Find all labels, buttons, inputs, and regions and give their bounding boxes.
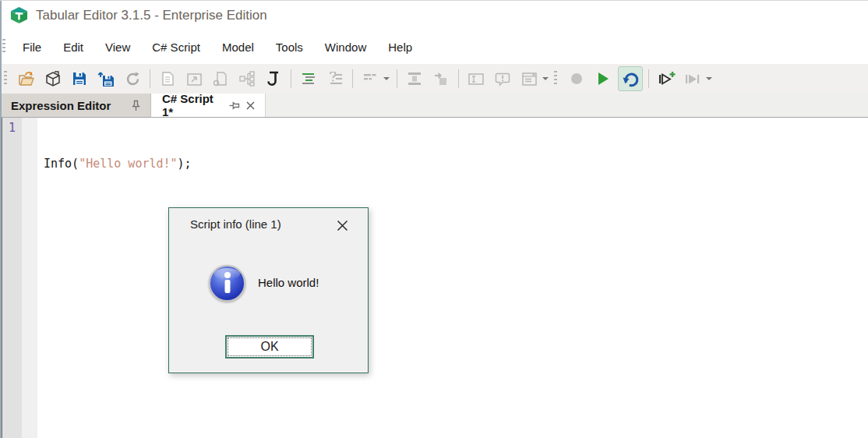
insert-column-button[interactable] — [403, 67, 426, 90]
format-code-icon — [301, 72, 316, 86]
page-reference-icon — [213, 71, 228, 87]
toolbar-separator — [291, 69, 291, 88]
refresh-button[interactable] — [121, 67, 144, 90]
toolbar-separator — [648, 69, 649, 88]
code-area[interactable]: Info("Hello world!"); — [37, 118, 868, 438]
open-file-icon — [18, 71, 35, 87]
toolbar — [0, 64, 868, 94]
menu-tools[interactable]: Tools — [265, 36, 314, 58]
pin-horizontal-icon[interactable] — [228, 98, 241, 112]
menu-view[interactable]: View — [94, 36, 141, 58]
menu-file[interactable]: File — [12, 36, 52, 58]
open-model-button[interactable] — [41, 67, 65, 90]
menu-edit[interactable]: Edit — [52, 36, 94, 58]
textbox-icon — [468, 72, 485, 86]
preview-window-icon — [186, 72, 203, 87]
save-as-icon — [97, 71, 115, 87]
csharp-script-icon — [266, 70, 281, 87]
move-into-icon — [433, 71, 449, 87]
move-into-button[interactable] — [429, 67, 453, 90]
toolbar-separator — [397, 69, 397, 88]
run-new-script-icon — [658, 71, 676, 87]
preview-window-button[interactable] — [182, 67, 206, 90]
undo-button[interactable] — [618, 66, 643, 91]
toolbar-separator — [458, 69, 459, 88]
open-model-cube-icon — [44, 70, 62, 87]
close-tab-icon[interactable] — [244, 98, 257, 112]
toolbar-grip-handle[interactable] — [554, 71, 557, 87]
menu-bar: File Edit View C# Script Model Tools Win… — [0, 30, 868, 64]
toolbar-separator — [150, 69, 150, 88]
line-number-gutter: 1 — [2, 118, 22, 438]
window-list-dropdown-arrow[interactable] — [542, 77, 549, 80]
code-segment: Info( — [44, 157, 79, 171]
insert-column-icon — [407, 71, 422, 87]
message-bubble-button[interactable] — [491, 67, 514, 90]
document-icon — [161, 71, 175, 87]
hierarchy-icon — [238, 71, 256, 87]
menubar-grip-handle[interactable] — [2, 39, 5, 55]
code-segment: ); — [178, 157, 192, 171]
menu-csharp-script[interactable]: C# Script — [141, 36, 211, 58]
menu-window[interactable]: Window — [314, 36, 377, 58]
message-bubble-icon — [495, 72, 510, 87]
dialog-close-button[interactable] — [335, 218, 349, 232]
dialog-message: Hello world! — [258, 276, 319, 289]
info-icon — [209, 265, 245, 302]
record-macro-button[interactable] — [565, 67, 588, 90]
pin-vertical-icon[interactable] — [129, 98, 143, 112]
document-tab-strip: Expression Editor C# Script 1* — [0, 94, 868, 118]
window-list-icon — [521, 72, 538, 87]
string-literal-segment: "Hello world!" — [79, 157, 177, 171]
new-document-button[interactable] — [156, 67, 179, 90]
tab-label: Expression Editor — [11, 99, 111, 112]
run-to-cursor-dropdown-arrow[interactable] — [706, 77, 712, 80]
save-as-button[interactable] — [94, 67, 118, 90]
undo-icon — [621, 70, 640, 87]
run-script-button[interactable] — [591, 67, 615, 90]
line-number: 1 — [2, 121, 22, 135]
tab-label: C# Script 1* — [162, 92, 224, 118]
menu-help[interactable]: Help — [377, 36, 423, 58]
toolbar-grip-handle[interactable] — [4, 71, 7, 87]
comment-lines-icon — [327, 72, 344, 86]
format-code-button[interactable] — [297, 67, 320, 90]
refresh-icon — [125, 71, 141, 87]
sort-list-icon — [362, 72, 378, 85]
comment-lines-button[interactable] — [323, 67, 347, 90]
hierarchy-button[interactable] — [235, 67, 259, 90]
ok-button[interactable]: OK — [225, 335, 314, 359]
run-to-cursor-button[interactable] — [681, 67, 704, 90]
close-icon — [337, 220, 348, 231]
tab-csharp-script-1[interactable]: C# Script 1* — [151, 94, 266, 117]
open-file-button[interactable] — [15, 67, 38, 90]
csharp-script-button[interactable] — [262, 67, 285, 90]
record-icon — [571, 73, 582, 84]
window-left-border — [0, 1, 2, 438]
save-button[interactable] — [68, 67, 91, 90]
code-editor[interactable]: 1 Info("Hello world!"); — [0, 118, 868, 438]
sort-list-dropdown-arrow[interactable] — [383, 77, 390, 80]
textbox-button[interactable] — [464, 67, 488, 90]
play-icon — [598, 72, 609, 85]
window-title: Tabular Editor 3.1.5 - Enterprise Editio… — [36, 8, 267, 23]
app-logo-icon — [10, 6, 28, 24]
tab-expression-editor[interactable]: Expression Editor — [0, 94, 151, 117]
page-reference-button[interactable] — [209, 67, 232, 90]
title-bar: Tabular Editor 3.1.5 - Enterprise Editio… — [0, 1, 868, 30]
run-new-script-button[interactable] — [655, 67, 678, 90]
dialog-title: Script info (line 1) — [190, 217, 281, 231]
run-to-cursor-icon — [684, 71, 702, 87]
code-line: Info("Hello world!"); — [44, 155, 868, 172]
script-info-dialog: Script info (line 1) Hello world! OK — [168, 207, 369, 373]
code-folding-margin — [22, 118, 37, 438]
save-icon — [72, 71, 87, 87]
toolbar-separator — [352, 69, 353, 88]
menu-model[interactable]: Model — [211, 36, 265, 58]
window-list-button[interactable] — [517, 67, 541, 90]
sort-list-button[interactable] — [358, 67, 382, 90]
